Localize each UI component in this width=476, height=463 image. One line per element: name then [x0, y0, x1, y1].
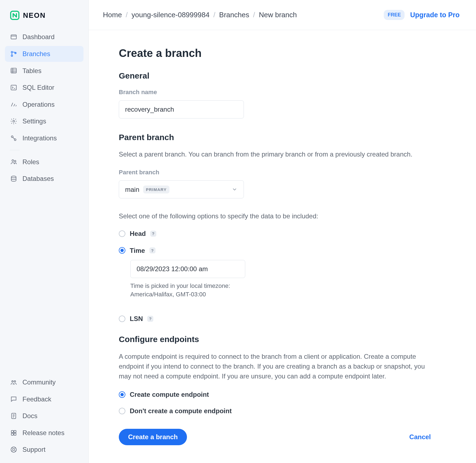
- radio-label: Don't create a compute endpoint: [130, 406, 232, 416]
- radio-icon: [119, 408, 125, 414]
- radio-dont-create-endpoint[interactable]: Don't create a compute endpoint: [119, 406, 431, 416]
- sidebar-item-operations[interactable]: Operations: [5, 97, 83, 112]
- radio-label: Time: [130, 246, 145, 255]
- branch-name-input[interactable]: [119, 100, 244, 118]
- settings-icon: [10, 117, 18, 125]
- svg-point-21: [13, 448, 15, 451]
- branch-name-label: Branch name: [119, 88, 431, 97]
- sidebar-item-docs[interactable]: Docs: [5, 408, 83, 424]
- chevron-down-icon: [232, 186, 238, 192]
- breadcrumb-home[interactable]: Home: [103, 10, 122, 20]
- radio-label: Head: [130, 229, 146, 238]
- parent-branch-value: main: [125, 185, 139, 194]
- branches-icon: [10, 50, 18, 58]
- logo-icon: [10, 10, 20, 20]
- radio-icon: [119, 230, 125, 237]
- sidebar-item-label: Feedback: [22, 395, 51, 404]
- sidebar-item-label: Databases: [22, 174, 54, 183]
- svg-point-14: [14, 381, 16, 382]
- radio-icon: [119, 391, 125, 398]
- svg-point-7: [13, 120, 15, 122]
- breadcrumb-separator: /: [253, 10, 255, 20]
- parent-branch-select[interactable]: main PRIMARY: [119, 180, 244, 198]
- svg-rect-16: [11, 430, 13, 433]
- nav-main: Dashboard Branches Tables SQL Editor: [5, 29, 83, 146]
- radio-time[interactable]: Time ?: [119, 246, 431, 255]
- time-input[interactable]: [130, 260, 245, 278]
- sidebar-item-tables[interactable]: Tables: [5, 63, 83, 79]
- sidebar-item-label: Release notes: [22, 428, 64, 438]
- cancel-button[interactable]: Cancel: [409, 432, 431, 442]
- sidebar-item-label: Docs: [22, 411, 37, 421]
- sidebar-item-label: Branches: [22, 49, 50, 59]
- dashboard-icon: [10, 33, 18, 41]
- sidebar-item-label: Integrations: [22, 134, 57, 143]
- sidebar-item-settings[interactable]: Settings: [5, 113, 83, 129]
- sidebar-item-branches[interactable]: Branches: [5, 46, 83, 62]
- svg-rect-5: [11, 68, 16, 73]
- radio-label: Create compute endpoint: [130, 390, 209, 399]
- radio-create-endpoint[interactable]: Create compute endpoint: [119, 390, 431, 399]
- integrations-icon: [10, 134, 18, 142]
- nav-secondary: Roles Databases: [5, 154, 83, 187]
- sidebar-item-support[interactable]: Support: [5, 442, 83, 458]
- section-parent-heading: Parent branch: [119, 132, 431, 143]
- primary-tag: PRIMARY: [143, 186, 169, 193]
- radio-head[interactable]: Head ?: [119, 229, 431, 238]
- sidebar-item-dashboard[interactable]: Dashboard: [5, 29, 83, 45]
- tables-icon: [10, 67, 18, 74]
- sidebar-item-integrations[interactable]: Integrations: [5, 130, 83, 146]
- data-options-note: Select one of the following options to s…: [119, 212, 431, 221]
- sidebar-item-release-notes[interactable]: Release notes: [5, 425, 83, 441]
- create-branch-button[interactable]: Create a branch: [119, 429, 187, 445]
- sidebar-item-label: Settings: [22, 117, 46, 126]
- page-title: Create a branch: [119, 45, 431, 61]
- topbar: Home / young-silence-08999984 / Branches…: [89, 0, 476, 30]
- svg-rect-6: [11, 85, 16, 90]
- sidebar-item-community[interactable]: Community: [5, 374, 83, 390]
- radio-label: LSN: [130, 314, 143, 323]
- breadcrumb-project[interactable]: young-silence-08999984: [132, 10, 210, 20]
- svg-point-10: [12, 160, 14, 162]
- operations-icon: [10, 101, 18, 108]
- sidebar-item-label: Operations: [22, 100, 54, 109]
- svg-point-11: [15, 160, 16, 162]
- breadcrumb: Home / young-silence-08999984 / Branches…: [103, 10, 297, 20]
- sidebar-item-roles[interactable]: Roles: [5, 154, 83, 170]
- main: Home / young-silence-08999984 / Branches…: [89, 0, 476, 463]
- parent-branch-label: Parent branch: [119, 168, 431, 177]
- endpoints-description: A compute endpoint is required to connec…: [119, 352, 431, 381]
- svg-point-2: [11, 51, 13, 53]
- topbar-right: FREE Upgrade to Pro: [384, 10, 460, 20]
- help-icon[interactable]: ?: [150, 231, 156, 237]
- timezone-note: Time is picked in your local timezone: A…: [130, 282, 245, 299]
- svg-rect-19: [14, 433, 16, 435]
- sidebar-item-label: SQL Editor: [22, 83, 54, 92]
- svg-rect-18: [11, 433, 13, 435]
- radio-lsn[interactable]: LSN ?: [119, 314, 431, 323]
- breadcrumb-current: New branch: [259, 10, 297, 20]
- logo-text: NEON: [23, 10, 46, 20]
- nav-separator: [10, 150, 20, 150]
- upgrade-link[interactable]: Upgrade to Pro: [410, 10, 460, 20]
- svg-point-3: [11, 55, 13, 56]
- parent-description: Select a parent branch. You can branch f…: [119, 150, 431, 159]
- nav-footer: Community Feedback Docs Release notes: [5, 374, 83, 458]
- sidebar-item-label: Community: [22, 378, 56, 387]
- help-icon[interactable]: ?: [147, 316, 153, 322]
- release-notes-icon: [10, 429, 18, 437]
- svg-rect-1: [11, 35, 16, 39]
- sidebar-item-sql-editor[interactable]: SQL Editor: [5, 80, 83, 96]
- sidebar-item-label: Roles: [22, 157, 39, 167]
- content: Create a branch General Branch name Pare…: [89, 30, 461, 461]
- logo[interactable]: NEON: [5, 8, 83, 29]
- databases-icon: [10, 175, 18, 183]
- sidebar-item-feedback[interactable]: Feedback: [5, 391, 83, 407]
- sidebar-item-databases[interactable]: Databases: [5, 171, 83, 187]
- section-general-heading: General: [119, 70, 431, 82]
- breadcrumb-separator: /: [213, 10, 215, 20]
- radio-icon: [119, 316, 125, 322]
- help-icon[interactable]: ?: [149, 247, 155, 253]
- community-icon: [10, 378, 18, 386]
- breadcrumb-branches[interactable]: Branches: [219, 10, 249, 20]
